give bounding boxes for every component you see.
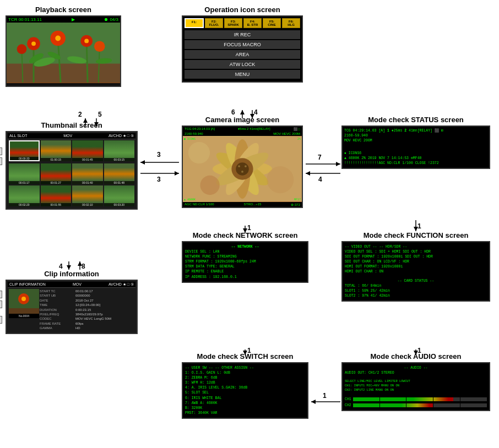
camera-stro: STRO...+15: [244, 203, 262, 206]
status-line-3: MOV HEVC 200M: [344, 138, 487, 143]
thumbnail-item-8[interactable]: 00:01:48: [104, 163, 135, 184]
clip-number: No.0004: [9, 314, 39, 318]
network-header: -- NETWORK --: [185, 244, 305, 249]
thumbnail-options: AVCHD ★ □ ⑤: [109, 134, 134, 138]
thumbnail-time-3: 00:01:45: [72, 158, 103, 161]
clip-up-btn[interactable]: △: [0, 291, 2, 298]
thumbnail-time-7: 00:01:40: [72, 181, 103, 184]
audio-box: -- AUDIO -- AUDIO OUT: CH1/2 STEREO SELE…: [341, 362, 490, 411]
svg-point-57: [17, 44, 27, 54]
network-screen: Mode check NETWORK screen -- NETWORK -- …: [182, 231, 308, 283]
camera-agc: AGC ND:CLR 1/100: [185, 203, 214, 206]
audio-ch2-ticks: [353, 403, 487, 407]
tick: [353, 403, 380, 407]
thumbnail-time-8: 00:01:48: [104, 181, 135, 184]
op-menu-ir-rec[interactable]: IR REC: [185, 30, 300, 39]
op-menu-menu[interactable]: MENU: [185, 70, 300, 79]
audio-ch1-ticks: [353, 397, 487, 401]
svg-marker-22: [78, 261, 82, 266]
thumbnail-up-btn[interactable]: △: [0, 147, 2, 155]
svg-point-60: [55, 36, 61, 41]
tick: [353, 397, 380, 401]
svg-point-77: [236, 162, 249, 176]
svg-point-79: [245, 165, 247, 167]
audio-ch1-label: CH1: [345, 397, 351, 402]
thumbnail-item-10[interactable]: 00:01:55: [41, 185, 72, 206]
op-menu-focus-macro[interactable]: FOCUS MACRO: [185, 40, 300, 49]
op-fn-f4[interactable]: F4:B. STR: [243, 18, 262, 28]
tick: [433, 403, 460, 407]
camera-image: ● ICONS ▲ 4600K MF17 2%: [183, 136, 302, 202]
clip-info-box: CLIP INFORMATION MOV AVCHD ★ □ ⑤ No.0004: [6, 280, 138, 334]
switch-wb-b: B: 3200K: [185, 406, 305, 411]
camera-tc: TCG 04:23:14.03 [A]: [185, 127, 215, 131]
thumbnail-item-11[interactable]: 00:02:10: [72, 185, 103, 206]
function-hdmi-format: HDMI OUT FORMAT: 1920x1080i: [345, 264, 487, 269]
thumbnail-item-7[interactable]: 00:01:40: [72, 163, 103, 184]
thumbnail-time-10: 00:01:55: [41, 203, 72, 206]
svg-marker-43: [311, 400, 316, 404]
clip-return-btn[interactable]: ↩: [0, 316, 2, 324]
clip-info-top-bar: CLIP INFORMATION MOV AVCHD ★ □ ⑤: [8, 282, 135, 288]
thumbnail-title: Thumbnail screen: [6, 121, 138, 129]
op-fn-f6[interactable]: F6:HLG: [282, 18, 300, 28]
clip-field-framerate: FRAME RATE60fps: [39, 321, 134, 326]
svg-text:6: 6: [231, 108, 235, 116]
function-title: Mode check FUNCTION screen: [341, 231, 490, 239]
switch-screen: Mode check SWITCH screen -- USER SW -- -…: [182, 352, 308, 419]
switch-7: 7: AWB A: 4600K: [185, 401, 305, 406]
op-menu-atw-lock[interactable]: ATW LOCK: [185, 60, 300, 69]
svg-point-61: [84, 39, 89, 43]
network-ip-remote: IP REMOTE : ENABLE: [185, 269, 305, 274]
op-fn-f1[interactable]: F1:: [185, 18, 204, 28]
switch-4: 4: A. IRIS LEVEL S.GAIN: 36dB: [185, 385, 305, 390]
audio-out: AUDIO OUT: CH1/2 STEREO: [345, 370, 487, 375]
tick: [406, 397, 433, 401]
svg-point-58: [94, 41, 105, 52]
tick: [460, 397, 487, 401]
thumbnail-item-9[interactable]: 00:02:20: [9, 185, 40, 206]
thumbnail-format: MOV: [63, 134, 72, 138]
network-strm-data: STRM DATA TYPE: GENERAL: [185, 264, 305, 269]
operation-title: Operation icon screen: [182, 6, 303, 14]
camera-flower-svg: [183, 136, 302, 202]
op-fn-f3[interactable]: F3:SPARK: [224, 18, 242, 28]
op-fn-f5[interactable]: F5:CINE: [263, 18, 281, 28]
svg-point-78: [238, 165, 240, 167]
thumbnail-down-btn[interactable]: ▽: [0, 157, 2, 165]
playback-flower-svg: [7, 23, 120, 83]
camera-hud-iris: 2%: [297, 137, 301, 140]
clip-field-codec: CODECMOV HEVC LongG 50M: [39, 316, 134, 321]
svg-text:4: 4: [254, 108, 258, 116]
switch-5: 5: SLOT SEL: [185, 390, 305, 395]
clip-info-inner: No.0004 START TC00:01:00.17 START UB0000…: [8, 288, 135, 332]
thumbnail-item-1[interactable]: 00:00:33: [9, 140, 40, 161]
function-slot2: SLOT2 : 97% 41/ 42min: [345, 293, 487, 298]
audio-title: Mode check AUDIO screen: [341, 352, 490, 360]
thumbnail-item-12[interactable]: 00:03:20: [104, 185, 135, 206]
thumbnail-item-4[interactable]: 00:03:15: [104, 140, 135, 161]
camera-bottom-bar: AGC ND:CLR 1/100 STRO...+15 ⊕:372: [183, 202, 302, 207]
op-menu-area[interactable]: AREA: [185, 50, 300, 59]
network-device-sel: DEVICE SEL : LAN: [185, 249, 305, 254]
thumbnail-screen: Thumbnail screen △ ▽ ALL SLOT MOV AVCHD …: [6, 121, 138, 210]
op-fn-f2[interactable]: F2:FLUO.: [205, 18, 223, 28]
audio-ch2-meter-bg: [353, 403, 487, 407]
thumbnail-item-5[interactable]: 00:01:17: [9, 163, 40, 184]
network-box: -- NETWORK -- DEVICE SEL : LAN NETWORK F…: [182, 241, 308, 283]
camera-format: MOV HEVC 200M: [273, 132, 300, 135]
svg-text:1: 1: [417, 222, 421, 230]
thumbnail-item-2[interactable]: 01:00:15: [41, 140, 72, 161]
thumbnail-item-3[interactable]: 00:01:45: [72, 140, 103, 161]
tick: [460, 403, 487, 407]
clip-info-label: CLIP INFORMATION: [9, 282, 46, 287]
camera-resolution: 2160-59.940: [185, 132, 203, 135]
function-box: -- VIDEO OUT -- -- HDR/SDR -- VIDEO OUT …: [341, 241, 490, 302]
thumbnail-item-6[interactable]: 00:01:27: [41, 163, 72, 184]
clip-down-btn[interactable]: ▽: [0, 301, 2, 308]
operation-screen: Operation icon screen F1: F2:FLUO. F3:SP…: [182, 6, 303, 83]
operation-fn-bar: F1: F2:FLUO. F3:SPARK F4:B. STR F5:CINE …: [185, 18, 300, 28]
switch-title: Mode check SWITCH screen: [182, 352, 308, 360]
audio-ch1-meter-row: CH1: [345, 397, 487, 402]
switch-1: 1: O.I.S. GAIN L: 0dB: [185, 370, 305, 375]
